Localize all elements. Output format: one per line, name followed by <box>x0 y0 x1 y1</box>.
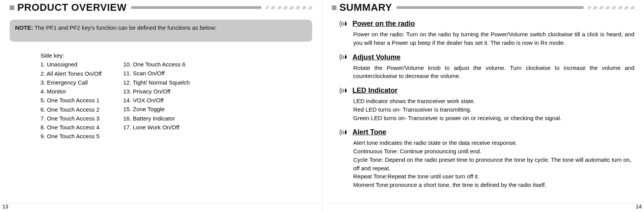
list-item: 9. One Touch Access 5 <box>40 132 102 141</box>
radio-wave-icon <box>340 87 350 95</box>
list-item: 10. One Touch Access 6 <box>123 60 190 69</box>
list-item: 5. One Touch Access 1 <box>40 96 102 105</box>
list-item: 1. Unassigned <box>40 60 102 69</box>
sub-body: Alert tone indicates the radio state or … <box>353 139 635 189</box>
note-text: The PF1 and PF2 key's function can be de… <box>33 24 217 31</box>
list-item: 15. Zone Toggle <box>123 105 190 114</box>
page-right: SUMMARY Power on the radio Power on the … <box>322 0 644 212</box>
section-header-right: SUMMARY <box>332 2 635 14</box>
sub-body: LED indicator shows the transceiver work… <box>353 97 635 122</box>
sub-title: Adjust Volume <box>353 53 401 61</box>
header-rule-solid <box>397 6 583 9</box>
note-box: NOTE: The PF1 and PF2 key's function can… <box>10 20 312 42</box>
note-label: NOTE: <box>15 24 33 31</box>
svg-rect-0 <box>345 22 346 25</box>
list-item: 13. Privacy On/Off <box>123 87 190 96</box>
radio-wave-icon <box>340 53 350 61</box>
header-rule-stripes <box>588 6 634 9</box>
section-header-left: PRODUCT OVERVIEW <box>10 2 312 14</box>
footer-rule <box>326 203 641 204</box>
side-key-columns: Side key: 1. Unassigned 2. All Alert Ton… <box>10 51 312 141</box>
svg-rect-6 <box>345 131 346 134</box>
svg-rect-1 <box>345 21 346 22</box>
sub-body: Rotate the Power/Volume knob to adjust t… <box>353 64 635 81</box>
list-item: 11. Scan On/Off <box>123 69 190 78</box>
section-title-right: SUMMARY <box>340 2 392 14</box>
page-spread: PRODUCT OVERVIEW NOTE: The PF1 and PF2 k… <box>0 0 644 212</box>
list-item: 3. Emergency Call <box>40 78 102 87</box>
page-left: PRODUCT OVERVIEW NOTE: The PF1 and PF2 k… <box>0 0 322 212</box>
svg-rect-4 <box>345 89 346 92</box>
sub-title: LED Indicator <box>353 86 398 95</box>
list-item: 4. Monitor <box>40 87 102 96</box>
svg-rect-5 <box>345 88 346 89</box>
sub-body: Power on the radio: Turn on the radio by… <box>353 30 635 47</box>
header-rule-stripes <box>266 6 312 9</box>
radio-wave-icon <box>340 129 350 136</box>
sub-title: Alert Tone <box>353 128 387 136</box>
list-item: 14. VOX On/Off <box>123 96 190 105</box>
bullet-icon <box>332 5 336 10</box>
list-item: 8. One Touch Access 4 <box>40 123 102 132</box>
list-item: 12. Tight/ Normal Squelch <box>123 78 190 87</box>
list-item: 17. Lone Work On/Off <box>123 123 190 132</box>
sub-heading: Alert Tone <box>340 128 635 136</box>
side-key-label: Side key: <box>40 51 102 60</box>
list-item: 2. All Alert Tones On/Off <box>40 69 102 78</box>
sub-heading: Power on the radio <box>340 20 635 28</box>
list-item: 6. One Touch Access 2 <box>40 105 102 114</box>
svg-rect-3 <box>345 54 346 56</box>
list-item: 16. Battery Indicator <box>123 114 190 123</box>
side-key-col-2: 10. One Touch Access 6 11. Scan On/Off 1… <box>123 51 190 141</box>
footer-rule <box>4 203 318 204</box>
page-number-right: 14 <box>636 204 642 210</box>
sub-heading: LED Indicator <box>340 86 635 95</box>
page-number-left: 13 <box>2 204 8 210</box>
header-rule-solid <box>131 6 261 9</box>
section-title-left: PRODUCT OVERVIEW <box>17 2 126 14</box>
radio-wave-icon <box>340 20 350 28</box>
summary-body: Power on the radio Power on the radio: T… <box>332 20 635 189</box>
bullet-icon <box>10 5 14 10</box>
sub-heading: Adjust Volume <box>340 53 635 61</box>
sub-title: Power on the radio <box>353 20 415 28</box>
list-item: 7. One Touch Access 3 <box>40 114 102 123</box>
svg-rect-2 <box>345 56 346 59</box>
side-key-col-1: Side key: 1. Unassigned 2. All Alert Ton… <box>40 51 102 141</box>
svg-rect-7 <box>345 129 346 131</box>
